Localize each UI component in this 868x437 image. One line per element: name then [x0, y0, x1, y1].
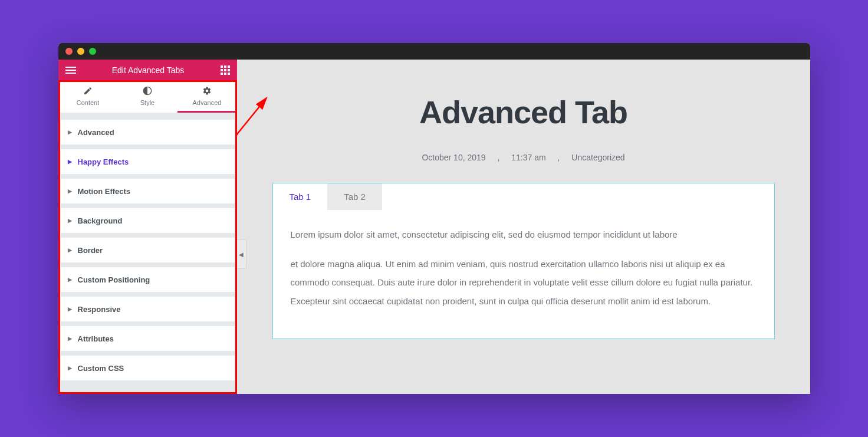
section-custom-css[interactable]: ▶Custom CSS: [61, 356, 235, 380]
tabs-nav: Tab 1 Tab 2: [273, 183, 774, 210]
sidebar-tabs: Content Style Advanced: [58, 80, 237, 113]
section-border[interactable]: ▶Border: [61, 238, 235, 262]
tab-content[interactable]: Content: [58, 80, 118, 113]
editor-sidebar: Edit Advanced Tabs Content Style Advance…: [58, 60, 237, 394]
chevron-right-icon: ▶: [68, 188, 72, 194]
window-minimize-icon[interactable]: [77, 48, 84, 55]
chevron-right-icon: ▶: [68, 336, 72, 341]
chevron-right-icon: ▶: [68, 247, 72, 253]
titlebar: [58, 43, 810, 60]
preview-area: ◀ Advanced Tab October 10, 2019 , 11:37 …: [237, 60, 810, 394]
meta-date: October 10, 2019: [422, 153, 485, 162]
chevron-right-icon: ▶: [68, 306, 72, 312]
tab-style[interactable]: Style: [118, 80, 177, 113]
section-label: Attributes: [78, 334, 114, 343]
tab-1[interactable]: Tab 1: [273, 183, 328, 210]
section-label: Custom CSS: [78, 364, 124, 373]
tab-paragraph: et dolore magna aliqua. Ut enim ad minim…: [291, 255, 757, 311]
tab-label: Advanced: [193, 99, 222, 106]
post-meta: October 10, 2019 , 11:37 am , Uncategori…: [272, 153, 775, 162]
annotation-arrow: [237, 92, 272, 198]
tab-label: Style: [140, 99, 154, 106]
collapse-sidebar-handle[interactable]: ◀: [237, 239, 246, 269]
menu-icon[interactable]: [65, 67, 76, 74]
grid-icon[interactable]: [221, 65, 230, 75]
chevron-right-icon: ▶: [68, 365, 72, 371]
gear-icon: [202, 86, 212, 96]
tab-advanced[interactable]: Advanced: [177, 80, 237, 113]
chevron-right-icon: ▶: [68, 159, 72, 165]
section-label: Responsive: [78, 305, 121, 314]
section-responsive[interactable]: ▶Responsive: [61, 297, 235, 321]
section-custom-positioning[interactable]: ▶Custom Positioning: [61, 267, 235, 292]
sidebar-sections: ▶Advanced ▶Happy Effects ▶Motion Effects…: [58, 113, 237, 383]
meta-separator: ,: [558, 153, 560, 162]
section-background[interactable]: ▶Background: [61, 208, 235, 233]
pencil-icon: [83, 86, 93, 96]
page-title: Advanced Tab: [272, 94, 775, 130]
tab-label: Content: [77, 99, 100, 106]
meta-category: Uncategorized: [571, 153, 624, 162]
section-label: Advanced: [78, 128, 114, 137]
chevron-right-icon: ▶: [68, 129, 72, 135]
section-label: Custom Positioning: [78, 275, 150, 284]
sidebar-header: Edit Advanced Tabs: [58, 60, 237, 80]
section-label: Motion Effects: [78, 187, 131, 196]
section-advanced[interactable]: ▶Advanced: [61, 120, 235, 144]
app-window: Edit Advanced Tabs Content Style Advance…: [58, 43, 810, 394]
section-label: Background: [78, 216, 123, 225]
section-label: Border: [78, 246, 103, 255]
tab-content: Lorem ipsum dolor sit amet, consectetur …: [273, 210, 774, 339]
section-motion-effects[interactable]: ▶Motion Effects: [61, 179, 235, 203]
sidebar-title: Edit Advanced Tabs: [112, 65, 185, 75]
section-attributes[interactable]: ▶Attributes: [61, 326, 235, 351]
body-area: Edit Advanced Tabs Content Style Advance…: [58, 60, 810, 394]
window-close-icon[interactable]: [65, 48, 73, 55]
meta-separator: ,: [497, 153, 499, 162]
chevron-right-icon: ▶: [68, 277, 72, 282]
svg-line-1: [237, 98, 267, 192]
chevron-right-icon: ▶: [68, 218, 72, 224]
tab-paragraph: Lorem ipsum dolor sit amet, consectetur …: [291, 225, 757, 244]
window-maximize-icon[interactable]: [89, 48, 96, 55]
section-happy-effects[interactable]: ▶Happy Effects: [61, 149, 235, 174]
meta-time: 11:37 am: [511, 153, 545, 162]
contrast-icon: [143, 86, 152, 96]
tabs-widget: Tab 1 Tab 2 Lorem ipsum dolor sit amet, …: [272, 183, 775, 339]
section-label: Happy Effects: [78, 157, 129, 166]
tab-2[interactable]: Tab 2: [327, 183, 382, 210]
